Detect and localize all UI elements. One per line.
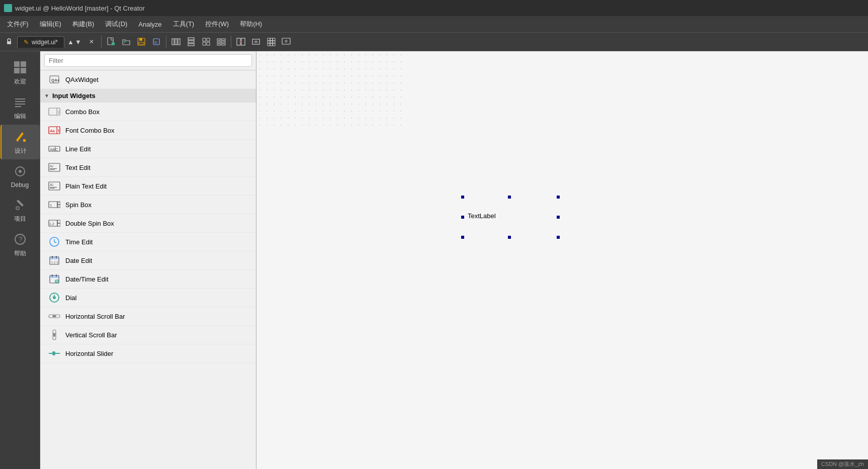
svg-rect-21 bbox=[241, 38, 245, 45]
app-icon bbox=[4, 4, 12, 12]
widget-item-line-edit[interactable]: ABC Line Edit bbox=[40, 140, 256, 158]
handle-tr[interactable] bbox=[557, 196, 560, 199]
menu-file[interactable]: 文件(F) bbox=[2, 18, 34, 31]
menu-tools[interactable]: 工具(T) bbox=[168, 18, 200, 31]
open-icon[interactable] bbox=[119, 35, 133, 49]
widget-item-horizontal-slider[interactable]: Horizontal Slider bbox=[40, 344, 256, 363]
handle-tc[interactable] bbox=[508, 196, 511, 199]
horizontal-slider-icon bbox=[48, 347, 60, 359]
edit-label: 编辑 bbox=[14, 112, 26, 121]
menu-help[interactable]: 帮助(H) bbox=[235, 18, 267, 31]
menu-controls[interactable]: 控件(W) bbox=[200, 18, 234, 31]
break-layout-icon[interactable] bbox=[234, 35, 248, 49]
date-edit-icon: 1 2 3 bbox=[48, 254, 60, 266]
svg-rect-26 bbox=[14, 61, 20, 67]
input-widgets-category[interactable]: ▼ Input Widgets bbox=[40, 89, 256, 103]
widget-item-datetime-edit[interactable]: Date/Time Edit bbox=[40, 270, 256, 289]
svg-rect-30 bbox=[15, 99, 25, 100]
horizontal-scroll-bar-icon bbox=[48, 310, 60, 322]
design-label: 设计 bbox=[15, 147, 27, 155]
titlebar: widget.ui @ HelloWorld [master] - Qt Cre… bbox=[0, 0, 868, 16]
menu-analyze[interactable]: Analyze bbox=[133, 19, 166, 30]
menu-build[interactable]: 构建(B) bbox=[67, 18, 99, 31]
sidebar-item-debug[interactable]: Debug bbox=[1, 159, 40, 193]
svg-rect-4 bbox=[139, 38, 142, 41]
widget-item-spin-box[interactable]: 1 Spin Box bbox=[40, 196, 256, 214]
handle-mr[interactable] bbox=[557, 216, 560, 219]
widget-item-font-combo-box[interactable]: Aa Font Combo Box bbox=[40, 121, 256, 140]
svg-line-70 bbox=[54, 242, 56, 243]
qaxwidget-icon: QAx bbox=[48, 73, 60, 85]
filter-input[interactable] bbox=[44, 54, 252, 67]
new-icon[interactable] bbox=[104, 35, 118, 49]
save-icon[interactable] bbox=[134, 35, 148, 49]
widget-item-qaxwidget[interactable]: QAx QAxWidget bbox=[40, 70, 256, 89]
svg-rect-72 bbox=[50, 257, 59, 259]
date-edit-label: Date Edit bbox=[65, 257, 92, 264]
svg-rect-93 bbox=[256, 51, 407, 127]
sidebar-item-help[interactable]: ? 帮助 bbox=[1, 227, 40, 262]
welcome-label: 欢迎 bbox=[14, 77, 26, 86]
svg-rect-42 bbox=[49, 108, 60, 115]
dial-label: Dial bbox=[65, 294, 76, 302]
layout-vbox-icon[interactable] bbox=[184, 35, 198, 49]
time-edit-label: Time Edit bbox=[65, 238, 93, 246]
lock-icon[interactable] bbox=[2, 35, 16, 49]
handle-br[interactable] bbox=[557, 236, 560, 239]
widget-item-plain-text-edit[interactable]: A I Plain Text Edit bbox=[40, 177, 256, 196]
close-tab-button[interactable]: ✕ bbox=[84, 35, 99, 49]
svg-rect-59 bbox=[50, 188, 55, 189]
svg-rect-54 bbox=[50, 169, 55, 170]
sidebar-item-edit[interactable]: 编辑 bbox=[1, 90, 40, 125]
grid-icon[interactable] bbox=[264, 35, 278, 49]
layout-grid-icon[interactable] bbox=[199, 35, 213, 49]
category-arrow-icon: ▼ bbox=[44, 93, 49, 99]
design-icon bbox=[13, 129, 29, 145]
svg-text:ABC: ABC bbox=[50, 147, 58, 152]
menu-edit[interactable]: 编辑(E) bbox=[35, 18, 66, 31]
main-layout: 欢迎 编辑 设计 Debug 项目 ? bbox=[0, 51, 868, 469]
svg-text:QAx: QAx bbox=[51, 78, 60, 82]
preview-icon[interactable] bbox=[279, 35, 293, 49]
file-tab[interactable]: ✎ widget.ui* bbox=[17, 36, 64, 48]
widget-item-date-edit[interactable]: 1 2 3 Date Edit bbox=[40, 251, 256, 270]
sidebar-item-welcome[interactable]: 欢迎 bbox=[1, 55, 40, 90]
svg-rect-65 bbox=[57, 220, 60, 223]
handle-bl[interactable] bbox=[461, 236, 464, 239]
sidebar: 欢迎 编辑 设计 Debug 项目 ? bbox=[0, 51, 40, 469]
svg-rect-31 bbox=[15, 101, 25, 102]
canvas-area[interactable]: TextLabel CSDN @落水_zh bbox=[256, 51, 868, 469]
menu-debug[interactable]: 调试(D) bbox=[100, 18, 132, 31]
widget-item-vertical-scroll-bar[interactable]: Vertical Scroll Bar bbox=[40, 326, 256, 344]
svg-text:?: ? bbox=[19, 235, 23, 243]
svg-rect-32 bbox=[15, 104, 25, 105]
layout-hbox-icon[interactable] bbox=[169, 35, 183, 49]
svg-rect-9 bbox=[175, 39, 177, 45]
time-edit-icon bbox=[48, 236, 60, 248]
selected-widget[interactable]: TextLabel bbox=[463, 197, 558, 237]
widget-item-horizontal-scroll-bar[interactable]: Horizontal Scroll Bar bbox=[40, 307, 256, 326]
debug-icon[interactable]: D bbox=[149, 35, 163, 49]
handle-tl[interactable] bbox=[461, 196, 464, 199]
tab-dropdown[interactable]: ▲ ▼ bbox=[65, 37, 83, 47]
svg-rect-5 bbox=[139, 42, 144, 44]
widget-item-time-edit[interactable]: Time Edit bbox=[40, 233, 256, 251]
widget-item-double-spin-box[interactable]: 1.2 Double Spin Box bbox=[40, 214, 256, 233]
widget-item-text-edit[interactable]: A I Text Edit bbox=[40, 158, 256, 177]
svg-rect-29 bbox=[21, 68, 26, 73]
widget-item-dial[interactable]: Dial bbox=[40, 289, 256, 307]
status-text: CSDN @落水_zh bbox=[821, 461, 864, 467]
handle-bc[interactable] bbox=[508, 236, 511, 239]
sidebar-item-design[interactable]: 设计 bbox=[1, 125, 40, 159]
handle-ml[interactable] bbox=[461, 216, 464, 219]
layout-form-icon[interactable] bbox=[214, 35, 228, 49]
svg-rect-58 bbox=[50, 187, 57, 187]
svg-rect-53 bbox=[50, 168, 57, 169]
edit-icon: ✎ bbox=[24, 39, 29, 46]
sidebar-item-project[interactable]: 项目 bbox=[1, 193, 40, 227]
vertical-scroll-bar-label: Vertical Scroll Bar bbox=[65, 331, 117, 339]
spin-box-icon: 1 bbox=[48, 199, 60, 211]
widget-item-combo-box[interactable]: Combo Box bbox=[40, 103, 256, 121]
adjust-size-icon[interactable] bbox=[249, 35, 263, 49]
svg-point-36 bbox=[19, 170, 22, 173]
